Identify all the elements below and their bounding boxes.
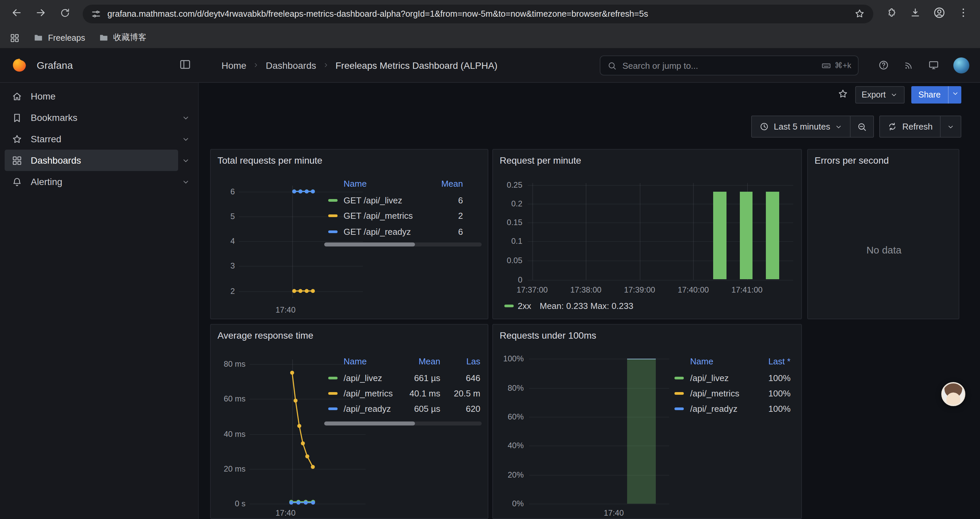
chevron-down-icon[interactable] (178, 113, 193, 122)
back-button[interactable] (5, 2, 28, 25)
assistant-avatar[interactable] (941, 382, 965, 406)
breadcrumb: HomeDashboardsFreeleaps Metrics Dashboar… (221, 48, 497, 82)
apps-grid-icon[interactable] (10, 32, 20, 43)
sidebar-item-label: Bookmarks (31, 112, 77, 123)
chevron-down-icon (835, 123, 843, 131)
downloads-button[interactable] (904, 2, 927, 25)
forward-button[interactable] (29, 2, 52, 25)
sidebar-item-starred[interactable]: Starred (5, 128, 178, 150)
legend-column-header[interactable]: Last * (717, 357, 791, 367)
chevron-down-icon[interactable] (178, 177, 193, 186)
gridline (529, 504, 669, 504)
gridline-vertical (292, 186, 293, 298)
export-button[interactable]: Export (855, 86, 904, 103)
y-tick-label: 6 (199, 187, 235, 196)
legend-value: 100% (717, 373, 791, 383)
series-color-swatch[interactable] (675, 376, 684, 379)
browser-menu-button[interactable] (952, 2, 975, 25)
bookmark-folder-label: 收藏博客 (113, 32, 146, 43)
gridline (528, 185, 793, 186)
legend-value: 646 (407, 373, 480, 383)
reload-button[interactable] (53, 2, 76, 25)
y-tick-label: 80% (450, 383, 524, 393)
grafana-logo[interactable] (11, 56, 28, 74)
legend-series-name[interactable]: 2xx (518, 301, 531, 311)
sidebar-item-label: Alerting (31, 176, 62, 187)
rss-icon[interactable] (903, 60, 914, 70)
y-tick-label: 0.25 (449, 180, 522, 190)
breadcrumb-item[interactable]: Freeleaps Metrics Dashboard (ALPHA) (336, 60, 498, 70)
legend-value: 100% (717, 388, 791, 398)
keyboard-icon (821, 61, 831, 70)
gridline (239, 266, 363, 267)
series-color-swatch[interactable] (504, 305, 514, 307)
refresh-interval-button[interactable] (941, 115, 961, 137)
gridline-vertical (693, 183, 694, 279)
url-bar[interactable]: grafana.mathmast.com/d/deytv4rwavabkb/fr… (83, 4, 873, 23)
bookmark-star-icon[interactable] (854, 8, 865, 19)
zoom-out-button[interactable] (851, 115, 874, 137)
sidebar-item-dashboards[interactable]: Dashboards (5, 150, 178, 171)
total-requests-chart: 6543217:40NameMeanGET /api/_livez6GET /a… (211, 150, 488, 319)
series-color-swatch[interactable] (328, 392, 337, 395)
legend-scrollbar-thumb[interactable] (324, 243, 415, 246)
series-color-swatch[interactable] (675, 408, 684, 410)
x-tick-label: 17:40:00 (678, 285, 709, 295)
legend-column-header[interactable]: Name (344, 357, 367, 367)
series-color-swatch[interactable] (328, 376, 337, 379)
sidebar-toggle-button[interactable] (179, 58, 191, 73)
help-icon[interactable] (878, 59, 889, 71)
bell-icon (11, 176, 23, 187)
site-info-icon[interactable] (91, 8, 102, 19)
series-color-swatch[interactable] (328, 408, 337, 410)
sidebar-item-home[interactable]: Home (5, 86, 178, 107)
monitor-icon[interactable] (928, 59, 939, 71)
extensions-button[interactable] (880, 2, 903, 25)
legend-column-header[interactable]: Name (344, 179, 367, 189)
search-input[interactable]: Search or jump to... ⌘+k (600, 56, 859, 75)
sidebar: HomeBookmarksStarredDashboardsAlerting (0, 83, 199, 519)
share-button[interactable]: Share (911, 86, 948, 103)
back-icon (11, 7, 23, 21)
sidebar-item-bookmarks[interactable]: Bookmarks (5, 107, 178, 128)
y-tick-label: 0 s (199, 499, 245, 508)
bookmarks-bar: Freeleaps收藏博客 (0, 27, 980, 48)
folder-icon (33, 33, 43, 43)
x-tick-label: 17:37:00 (517, 285, 548, 295)
x-tick-label: 17:38:00 (570, 285, 601, 295)
user-avatar[interactable] (953, 57, 969, 73)
legend-column-header[interactable]: Name (690, 357, 713, 367)
bookmark-folder[interactable]: 收藏博客 (99, 32, 146, 43)
series-color-swatch[interactable] (328, 215, 337, 217)
legend-scrollbar-thumb[interactable] (324, 422, 415, 425)
y-tick-label: 0.1 (449, 237, 522, 246)
series-color-swatch[interactable] (328, 199, 337, 201)
y-tick-label: 60 ms (199, 394, 245, 404)
chevron-down-icon (947, 123, 955, 131)
series-color-swatch[interactable] (675, 392, 684, 395)
star-icon (11, 133, 23, 145)
panel-requests-under-100ms: Requests under 100ms 100%80%60%40%20%0%1… (492, 324, 802, 519)
y-tick-label: 0% (450, 499, 524, 508)
gridline (250, 504, 366, 504)
sidebar-item-alerting[interactable]: Alerting (5, 171, 178, 192)
series-color-swatch[interactable] (328, 230, 337, 233)
profile-icon (932, 6, 946, 21)
chevron-down-icon (889, 91, 897, 99)
gridline (239, 192, 363, 192)
bookmark-folder[interactable]: Freeleaps (33, 32, 85, 43)
browser-profile-button[interactable] (928, 2, 951, 25)
chevron-down-icon[interactable] (178, 156, 193, 164)
kebab-menu-icon (957, 7, 969, 21)
favorite-star-button[interactable] (837, 88, 848, 101)
time-range-label: Last 5 minutes (774, 121, 830, 132)
chevron-down-icon[interactable] (178, 134, 193, 143)
refresh-button[interactable]: Refresh (880, 115, 941, 137)
gridline (528, 260, 793, 261)
breadcrumb-item[interactable]: Dashboards (266, 60, 316, 70)
time-range-picker[interactable]: Last 5 minutes (751, 115, 851, 137)
breadcrumb-item[interactable]: Home (221, 60, 247, 70)
zoom-out-icon (857, 121, 868, 132)
share-menu-button[interactable] (948, 86, 961, 103)
forward-icon (35, 7, 47, 21)
